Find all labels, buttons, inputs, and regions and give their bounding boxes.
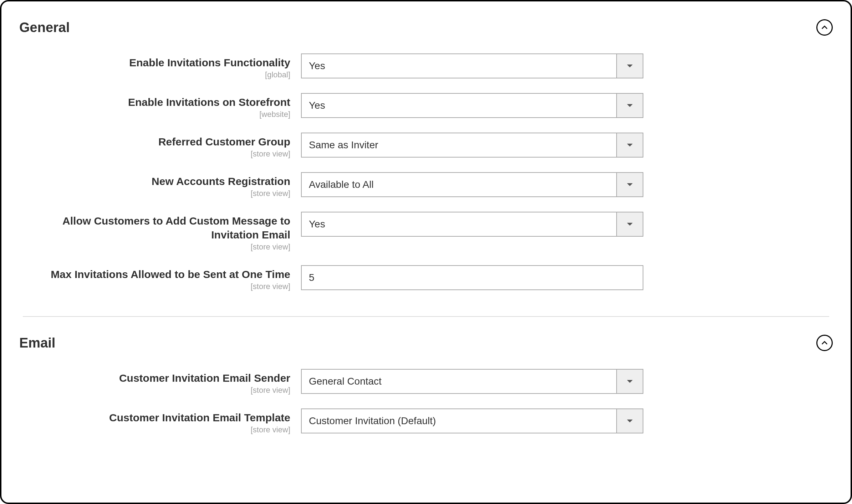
new-accounts-select[interactable]: Available to All <box>301 172 643 197</box>
field-max-invitations: Max Invitations Allowed to be Sent at On… <box>23 265 829 291</box>
email-sender-select[interactable]: General Contact <box>301 369 643 394</box>
select-value: Yes <box>302 212 616 236</box>
field-label: Customer Invitation Email Template <box>23 411 290 425</box>
field-scope: [global] <box>23 70 290 79</box>
max-invitations-input[interactable] <box>301 265 643 290</box>
select-value: Customer Invitation (Default) <box>302 409 616 433</box>
enable-storefront-select[interactable]: Yes <box>301 93 643 118</box>
caret-down-icon <box>626 182 633 187</box>
section-general: General Enable Invitations Functionality… <box>16 16 836 309</box>
field-new-accounts: New Accounts Registration [store view] A… <box>23 172 829 198</box>
select-arrow <box>616 212 643 236</box>
label-col: Customer Invitation Email Template [stor… <box>23 408 301 434</box>
control-col: Same as Inviter <box>301 133 643 158</box>
caret-down-icon <box>626 222 633 227</box>
field-scope: [store view] <box>23 425 290 434</box>
field-enable-invitations: Enable Invitations Functionality [global… <box>23 53 829 79</box>
collapse-general-button[interactable] <box>816 19 833 36</box>
select-value: General Contact <box>302 370 616 393</box>
section-email: Email Customer Invitation Email Sender [… <box>16 331 836 452</box>
field-scope: [store view] <box>23 149 290 159</box>
section-divider <box>23 316 829 317</box>
control-col: Customer Invitation (Default) <box>301 408 643 433</box>
section-email-header[interactable]: Email <box>16 331 836 362</box>
section-general-body: Enable Invitations Functionality [global… <box>16 46 836 309</box>
select-arrow <box>616 409 643 433</box>
label-col: Referred Customer Group [store view] <box>23 133 301 159</box>
control-col: Yes <box>301 93 643 118</box>
label-col: Max Invitations Allowed to be Sent at On… <box>23 265 301 291</box>
control-col: Available to All <box>301 172 643 197</box>
caret-down-icon <box>626 103 633 108</box>
caret-down-icon <box>626 143 633 148</box>
field-label: Max Invitations Allowed to be Sent at On… <box>23 267 290 281</box>
field-label: Enable Invitations Functionality <box>23 56 290 70</box>
field-scope: [store view] <box>23 242 290 252</box>
section-email-title: Email <box>19 335 55 351</box>
caret-down-icon <box>626 418 633 423</box>
select-arrow <box>616 370 643 393</box>
field-label: New Accounts Registration <box>23 174 290 188</box>
field-scope: [website] <box>23 110 290 119</box>
field-allow-custom-msg: Allow Customers to Add Custom Message to… <box>23 212 829 252</box>
field-label: Customer Invitation Email Sender <box>23 371 290 385</box>
select-arrow <box>616 94 643 117</box>
field-scope: [store view] <box>23 386 290 395</box>
field-email-sender: Customer Invitation Email Sender [store … <box>23 369 829 395</box>
select-value: Yes <box>302 94 616 117</box>
field-label: Referred Customer Group <box>23 135 290 149</box>
control-col: Yes <box>301 212 643 237</box>
label-col: Customer Invitation Email Sender [store … <box>23 369 301 395</box>
field-label: Enable Invitations on Storefront <box>23 95 290 109</box>
chevron-up-icon <box>821 340 828 346</box>
referred-group-select[interactable]: Same as Inviter <box>301 133 643 158</box>
label-col: Allow Customers to Add Custom Message to… <box>23 212 301 252</box>
control-col: General Contact <box>301 369 643 394</box>
allow-custom-msg-select[interactable]: Yes <box>301 212 643 237</box>
field-email-template: Customer Invitation Email Template [stor… <box>23 408 829 434</box>
select-value: Yes <box>302 54 616 78</box>
caret-down-icon <box>626 379 633 384</box>
chevron-up-icon <box>821 24 828 31</box>
collapse-email-button[interactable] <box>816 335 833 351</box>
section-general-title: General <box>19 20 70 35</box>
field-label: Allow Customers to Add Custom Message to… <box>23 214 290 242</box>
label-col: Enable Invitations on Storefront [websit… <box>23 93 301 119</box>
control-col <box>301 265 643 290</box>
email-template-select[interactable]: Customer Invitation (Default) <box>301 408 643 433</box>
section-email-body: Customer Invitation Email Sender [store … <box>16 362 836 452</box>
label-col: Enable Invitations Functionality [global… <box>23 53 301 79</box>
select-arrow <box>616 54 643 78</box>
label-col: New Accounts Registration [store view] <box>23 172 301 198</box>
enable-invitations-select[interactable]: Yes <box>301 53 643 78</box>
select-arrow <box>616 173 643 196</box>
field-scope: [store view] <box>23 189 290 198</box>
config-window: General Enable Invitations Functionality… <box>0 0 852 504</box>
field-enable-storefront: Enable Invitations on Storefront [websit… <box>23 93 829 119</box>
control-col: Yes <box>301 53 643 78</box>
section-general-header[interactable]: General <box>16 16 836 46</box>
field-referred-group: Referred Customer Group [store view] Sam… <box>23 133 829 159</box>
field-scope: [store view] <box>23 282 290 291</box>
caret-down-icon <box>626 63 633 68</box>
select-value: Available to All <box>302 173 616 196</box>
select-value: Same as Inviter <box>302 133 616 157</box>
select-arrow <box>616 133 643 157</box>
